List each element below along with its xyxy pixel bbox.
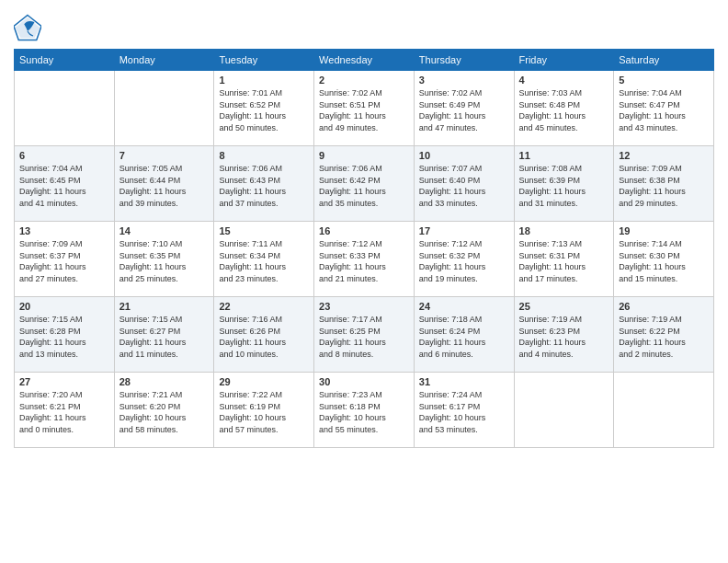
calendar-cell — [614, 373, 714, 448]
calendar-cell: 16Sunrise: 7:12 AM Sunset: 6:33 PM Dayli… — [314, 222, 415, 297]
logo-icon — [14, 14, 41, 41]
calendar-cell: 23Sunrise: 7:17 AM Sunset: 6:25 PM Dayli… — [314, 297, 415, 373]
day-number: 18 — [519, 225, 609, 236]
calendar-cell: 5Sunrise: 7:04 AM Sunset: 6:47 PM Daylig… — [614, 71, 714, 146]
calendar-cell: 1Sunrise: 7:01 AM Sunset: 6:52 PM Daylig… — [214, 71, 314, 146]
day-info: Sunrise: 7:02 AM Sunset: 6:51 PM Dayligh… — [319, 87, 409, 133]
day-info: Sunrise: 7:03 AM Sunset: 6:48 PM Dayligh… — [519, 87, 609, 133]
calendar-cell: 4Sunrise: 7:03 AM Sunset: 6:48 PM Daylig… — [514, 71, 614, 146]
day-info: Sunrise: 7:22 AM Sunset: 6:19 PM Dayligh… — [219, 389, 309, 435]
calendar-cell — [114, 71, 214, 146]
day-info: Sunrise: 7:17 AM Sunset: 6:25 PM Dayligh… — [319, 314, 409, 360]
day-number: 21 — [119, 301, 210, 312]
day-number: 27 — [19, 376, 109, 387]
day-info: Sunrise: 7:13 AM Sunset: 6:31 PM Dayligh… — [519, 238, 609, 284]
calendar-cell: 14Sunrise: 7:10 AM Sunset: 6:35 PM Dayli… — [114, 222, 214, 297]
calendar-week-5: 27Sunrise: 7:20 AM Sunset: 6:21 PM Dayli… — [15, 373, 714, 448]
day-number: 23 — [319, 301, 409, 312]
calendar-week-2: 6Sunrise: 7:04 AM Sunset: 6:45 PM Daylig… — [15, 146, 714, 222]
day-number: 8 — [219, 150, 309, 161]
day-info: Sunrise: 7:05 AM Sunset: 6:44 PM Dayligh… — [119, 163, 210, 209]
calendar-cell: 12Sunrise: 7:09 AM Sunset: 6:38 PM Dayli… — [614, 146, 714, 222]
day-number: 30 — [319, 376, 409, 387]
calendar-cell: 13Sunrise: 7:09 AM Sunset: 6:37 PM Dayli… — [15, 222, 115, 297]
day-info: Sunrise: 7:08 AM Sunset: 6:39 PM Dayligh… — [519, 163, 609, 209]
day-info: Sunrise: 7:21 AM Sunset: 6:20 PM Dayligh… — [119, 389, 210, 435]
day-info: Sunrise: 7:19 AM Sunset: 6:23 PM Dayligh… — [519, 314, 609, 360]
calendar-header-row: SundayMondayTuesdayWednesdayThursdayFrid… — [15, 50, 714, 71]
day-number: 19 — [619, 225, 709, 236]
calendar-cell: 31Sunrise: 7:24 AM Sunset: 6:17 PM Dayli… — [414, 373, 514, 448]
day-number: 29 — [219, 376, 309, 387]
day-number: 5 — [619, 75, 709, 86]
calendar-cell: 18Sunrise: 7:13 AM Sunset: 6:31 PM Dayli… — [514, 222, 614, 297]
day-number: 1 — [219, 75, 309, 86]
calendar-cell: 24Sunrise: 7:18 AM Sunset: 6:24 PM Dayli… — [414, 297, 514, 373]
weekday-header-monday: Monday — [114, 50, 214, 71]
day-info: Sunrise: 7:09 AM Sunset: 6:38 PM Dayligh… — [619, 163, 709, 209]
day-number: 17 — [419, 225, 509, 236]
header — [14, 14, 714, 41]
calendar-cell: 20Sunrise: 7:15 AM Sunset: 6:28 PM Dayli… — [15, 297, 115, 373]
calendar-cell: 21Sunrise: 7:15 AM Sunset: 6:27 PM Dayli… — [114, 297, 214, 373]
day-info: Sunrise: 7:12 AM Sunset: 6:32 PM Dayligh… — [419, 238, 509, 284]
day-number: 28 — [119, 376, 210, 387]
weekday-header-thursday: Thursday — [414, 50, 514, 71]
calendar-cell: 26Sunrise: 7:19 AM Sunset: 6:22 PM Dayli… — [614, 297, 714, 373]
day-info: Sunrise: 7:20 AM Sunset: 6:21 PM Dayligh… — [19, 389, 109, 435]
weekday-header-tuesday: Tuesday — [214, 50, 314, 71]
calendar-cell: 11Sunrise: 7:08 AM Sunset: 6:39 PM Dayli… — [514, 146, 614, 222]
day-info: Sunrise: 7:16 AM Sunset: 6:26 PM Dayligh… — [219, 314, 309, 360]
weekday-header-friday: Friday — [514, 50, 614, 71]
day-info: Sunrise: 7:11 AM Sunset: 6:34 PM Dayligh… — [219, 238, 309, 284]
day-info: Sunrise: 7:15 AM Sunset: 6:27 PM Dayligh… — [119, 314, 210, 360]
calendar-cell: 22Sunrise: 7:16 AM Sunset: 6:26 PM Dayli… — [214, 297, 314, 373]
day-number: 16 — [319, 225, 409, 236]
day-info: Sunrise: 7:23 AM Sunset: 6:18 PM Dayligh… — [319, 389, 409, 435]
day-number: 11 — [519, 150, 609, 161]
day-number: 14 — [119, 225, 210, 236]
day-info: Sunrise: 7:12 AM Sunset: 6:33 PM Dayligh… — [319, 238, 409, 284]
day-number: 22 — [219, 301, 309, 312]
calendar-week-1: 1Sunrise: 7:01 AM Sunset: 6:52 PM Daylig… — [15, 71, 714, 146]
calendar-week-3: 13Sunrise: 7:09 AM Sunset: 6:37 PM Dayli… — [15, 222, 714, 297]
day-info: Sunrise: 7:04 AM Sunset: 6:45 PM Dayligh… — [19, 163, 109, 209]
day-number: 24 — [419, 301, 509, 312]
calendar-cell — [15, 71, 115, 146]
day-number: 31 — [419, 376, 509, 387]
day-info: Sunrise: 7:02 AM Sunset: 6:49 PM Dayligh… — [419, 87, 509, 133]
calendar-table: SundayMondayTuesdayWednesdayThursdayFrid… — [14, 49, 714, 448]
calendar-cell: 19Sunrise: 7:14 AM Sunset: 6:30 PM Dayli… — [614, 222, 714, 297]
weekday-header-saturday: Saturday — [614, 50, 714, 71]
day-number: 12 — [619, 150, 709, 161]
day-number: 4 — [519, 75, 609, 86]
weekday-header-sunday: Sunday — [15, 50, 115, 71]
day-info: Sunrise: 7:09 AM Sunset: 6:37 PM Dayligh… — [19, 238, 109, 284]
calendar-cell: 27Sunrise: 7:20 AM Sunset: 6:21 PM Dayli… — [15, 373, 115, 448]
calendar-cell: 29Sunrise: 7:22 AM Sunset: 6:19 PM Dayli… — [214, 373, 314, 448]
day-number: 26 — [619, 301, 709, 312]
day-info: Sunrise: 7:07 AM Sunset: 6:40 PM Dayligh… — [419, 163, 509, 209]
calendar-cell: 30Sunrise: 7:23 AM Sunset: 6:18 PM Dayli… — [314, 373, 415, 448]
calendar-cell: 15Sunrise: 7:11 AM Sunset: 6:34 PM Dayli… — [214, 222, 314, 297]
day-info: Sunrise: 7:15 AM Sunset: 6:28 PM Dayligh… — [19, 314, 109, 360]
day-number: 2 — [319, 75, 409, 86]
calendar-cell: 6Sunrise: 7:04 AM Sunset: 6:45 PM Daylig… — [15, 146, 115, 222]
day-number: 13 — [19, 225, 109, 236]
calendar-cell: 2Sunrise: 7:02 AM Sunset: 6:51 PM Daylig… — [314, 71, 415, 146]
calendar-cell: 9Sunrise: 7:06 AM Sunset: 6:42 PM Daylig… — [314, 146, 415, 222]
calendar-cell: 7Sunrise: 7:05 AM Sunset: 6:44 PM Daylig… — [114, 146, 214, 222]
day-info: Sunrise: 7:06 AM Sunset: 6:43 PM Dayligh… — [219, 163, 309, 209]
day-number: 15 — [219, 225, 309, 236]
day-info: Sunrise: 7:10 AM Sunset: 6:35 PM Dayligh… — [119, 238, 210, 284]
day-number: 9 — [319, 150, 409, 161]
day-info: Sunrise: 7:01 AM Sunset: 6:52 PM Dayligh… — [219, 87, 309, 133]
weekday-header-wednesday: Wednesday — [314, 50, 415, 71]
day-info: Sunrise: 7:18 AM Sunset: 6:24 PM Dayligh… — [419, 314, 509, 360]
day-number: 20 — [19, 301, 109, 312]
day-info: Sunrise: 7:06 AM Sunset: 6:42 PM Dayligh… — [319, 163, 409, 209]
day-number: 25 — [519, 301, 609, 312]
calendar-cell: 28Sunrise: 7:21 AM Sunset: 6:20 PM Dayli… — [114, 373, 214, 448]
day-number: 7 — [119, 150, 210, 161]
calendar-cell: 25Sunrise: 7:19 AM Sunset: 6:23 PM Dayli… — [514, 297, 614, 373]
